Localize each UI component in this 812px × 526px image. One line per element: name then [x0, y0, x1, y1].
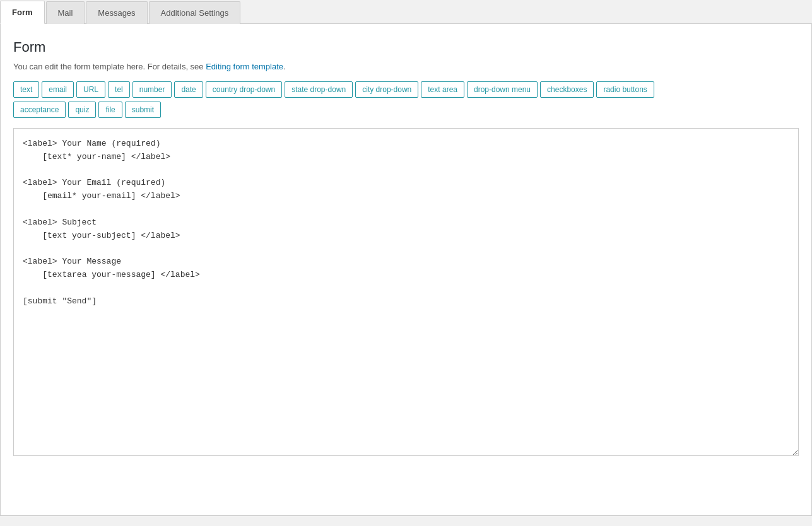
tab-mail[interactable]: Mail — [46, 1, 85, 24]
tag-btn-email[interactable]: email — [42, 81, 74, 98]
tag-btn-text[interactable]: text — [13, 81, 39, 98]
tab-form[interactable]: Form — [0, 1, 45, 24]
description: You can edit the form template here. For… — [13, 62, 799, 71]
tag-btn-state-dropdown[interactable]: state drop-down — [285, 81, 353, 98]
tag-btn-submit[interactable]: submit — [125, 102, 161, 118]
tab-messages[interactable]: Messages — [86, 1, 147, 24]
tag-btn-country-dropdown[interactable]: country drop-down — [206, 81, 282, 98]
page-wrapper: Form Mail Messages Additional Settings F… — [0, 0, 812, 526]
tag-btn-drop-down-menu[interactable]: drop-down menu — [467, 81, 538, 98]
tab-additional-settings[interactable]: Additional Settings — [149, 1, 241, 24]
description-text: You can edit the form template here. For… — [13, 62, 206, 71]
editing-form-template-link[interactable]: Editing form template — [206, 62, 283, 71]
description-end: . — [283, 62, 286, 71]
form-editor[interactable] — [13, 128, 799, 456]
tag-buttons-row1: textemailURLtelnumberdatecountry drop-do… — [13, 81, 799, 98]
tag-buttons-row2: acceptancequizfilesubmit — [13, 102, 799, 118]
tag-btn-text-area[interactable]: text area — [421, 81, 464, 98]
tag-btn-number[interactable]: number — [132, 81, 172, 98]
page-title: Form — [13, 39, 799, 56]
tag-btn-city-dropdown[interactable]: city drop-down — [355, 81, 418, 98]
tabs-bar: Form Mail Messages Additional Settings — [0, 0, 812, 24]
tag-btn-date[interactable]: date — [174, 81, 203, 98]
tag-btn-radio-buttons[interactable]: radio buttons — [596, 81, 654, 98]
tag-btn-checkboxes[interactable]: checkboxes — [540, 81, 594, 98]
content-area: Form You can edit the form template here… — [0, 24, 812, 516]
tag-btn-file[interactable]: file — [98, 102, 122, 118]
tag-btn-tel[interactable]: tel — [108, 81, 130, 98]
tag-btn-quiz[interactable]: quiz — [68, 102, 96, 118]
tag-btn-acceptance[interactable]: acceptance — [13, 102, 66, 118]
tag-btn-url[interactable]: URL — [76, 81, 105, 98]
